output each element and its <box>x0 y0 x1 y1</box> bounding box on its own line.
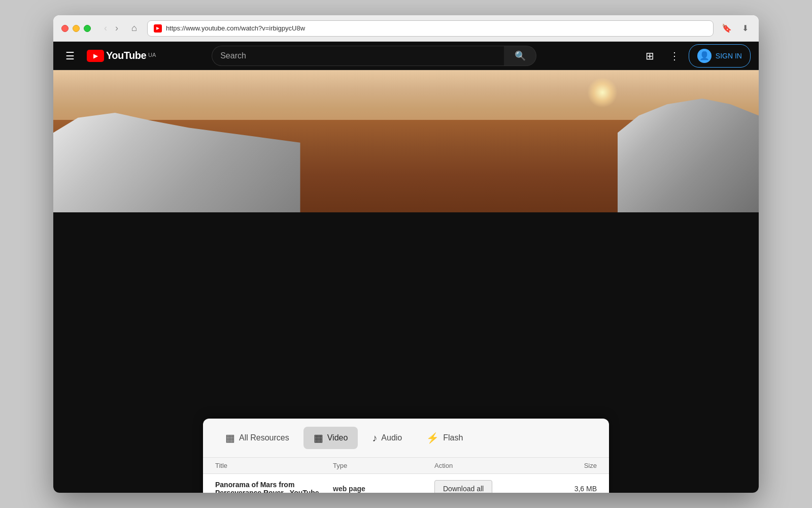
download-all-button[interactable]: Download all <box>434 480 492 493</box>
address-bar[interactable]: https://www.youtube.com/watch?v=irbigpyc… <box>147 20 714 37</box>
bookmark-button[interactable]: 🔖 <box>720 21 734 35</box>
youtube-logo-ua: UA <box>148 52 156 58</box>
audio-icon: ♪ <box>372 432 377 444</box>
youtube-header: ☰ YouTube UA 🔍 ⊞ ⋮ <box>53 42 759 70</box>
youtube-logo-icon <box>87 50 104 62</box>
minimize-button[interactable] <box>73 25 80 32</box>
header-action: Action <box>434 462 536 469</box>
close-button[interactable] <box>61 25 69 32</box>
video-icon: ▦ <box>314 432 323 444</box>
header-size: Size <box>536 462 597 469</box>
tab-video-label: Video <box>327 433 348 442</box>
mars-sun <box>587 77 618 108</box>
tab-flash-label: Flash <box>443 433 463 442</box>
browser-download-button[interactable]: ⬇ <box>740 21 751 35</box>
menu-button[interactable]: ☰ <box>61 46 79 66</box>
youtube-logo-text: YouTube <box>106 50 146 61</box>
tab-all-resources[interactable]: ▦ All Resources <box>215 427 299 449</box>
row1-title: Panorama of Mars from Perseverance Rover… <box>215 481 333 493</box>
search-input[interactable] <box>212 46 504 66</box>
table-header: Title Type Action Size <box>203 458 609 474</box>
tab-audio[interactable]: ♪ Audio <box>362 427 412 449</box>
search-icon: 🔍 <box>515 50 526 61</box>
url-text: https://www.youtube.com/watch?v=irbigpyc… <box>166 24 707 32</box>
row1-size: 3,6 MB <box>536 485 597 493</box>
browser-window: ‹ › ⌂ https://www.youtube.com/watch?v=ir… <box>53 15 759 493</box>
avatar-icon: 👤 <box>699 51 709 60</box>
header-actions: ⊞ ⋮ 👤 SIGN IN <box>640 44 751 68</box>
download-tabs: ▦ All Resources ▦ Video ♪ Audio ⚡ Flash <box>203 419 609 458</box>
forward-button[interactable]: › <box>112 21 121 36</box>
row1-action-cell: Download all <box>434 480 536 493</box>
maximize-button[interactable] <box>84 25 91 32</box>
tab-flash[interactable]: ⚡ Flash <box>416 427 473 449</box>
more-options-button[interactable]: ⋮ <box>664 46 685 66</box>
traffic-lights <box>61 25 91 32</box>
sign-in-avatar: 👤 <box>697 49 712 63</box>
sign-in-button[interactable]: 👤 SIGN IN <box>689 44 751 68</box>
more-icon: ⋮ <box>669 50 680 62</box>
title-bar: ‹ › ⌂ https://www.youtube.com/watch?v=ir… <box>53 15 759 42</box>
tab-all-resources-label: All Resources <box>239 433 289 442</box>
search-button[interactable]: 🔍 <box>504 46 536 66</box>
video-container[interactable] <box>53 70 759 212</box>
mars-panorama-image <box>53 70 759 212</box>
tab-video[interactable]: ▦ Video <box>303 427 358 449</box>
nav-buttons: ‹ › <box>101 21 121 36</box>
home-button[interactable]: ⌂ <box>127 21 141 36</box>
content-area: ▦ All Resources ▦ Video ♪ Audio ⚡ Flash <box>53 70 759 493</box>
back-button[interactable]: ‹ <box>101 21 110 36</box>
download-overlay: ▦ All Resources ▦ Video ♪ Audio ⚡ Flash <box>203 419 609 493</box>
youtube-logo[interactable]: YouTube UA <box>87 50 156 62</box>
row1-type: web page <box>333 485 434 493</box>
apps-icon: ⊞ <box>646 50 654 62</box>
youtube-app: ☰ YouTube UA 🔍 ⊞ ⋮ <box>53 42 759 493</box>
all-resources-icon: ▦ <box>225 432 235 444</box>
site-favicon <box>154 24 162 33</box>
tab-audio-label: Audio <box>381 433 402 442</box>
search-container: 🔍 <box>212 46 536 66</box>
flash-icon: ⚡ <box>426 432 439 444</box>
table-row: Panorama of Mars from Perseverance Rover… <box>203 474 609 493</box>
sign-in-label: SIGN IN <box>716 52 742 60</box>
header-type: Type <box>333 462 434 469</box>
apps-button[interactable]: ⊞ <box>640 46 660 66</box>
header-title: Title <box>215 462 333 469</box>
